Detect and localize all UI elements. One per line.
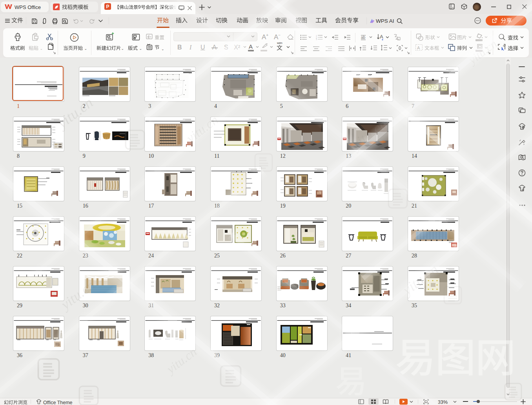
svg-text:A: A (417, 46, 420, 50)
svg-text:3: 3 (316, 38, 317, 40)
svg-text:P: P (106, 4, 109, 9)
svg-text:A: A (380, 34, 383, 40)
svg-text:ab: ab (361, 35, 366, 40)
